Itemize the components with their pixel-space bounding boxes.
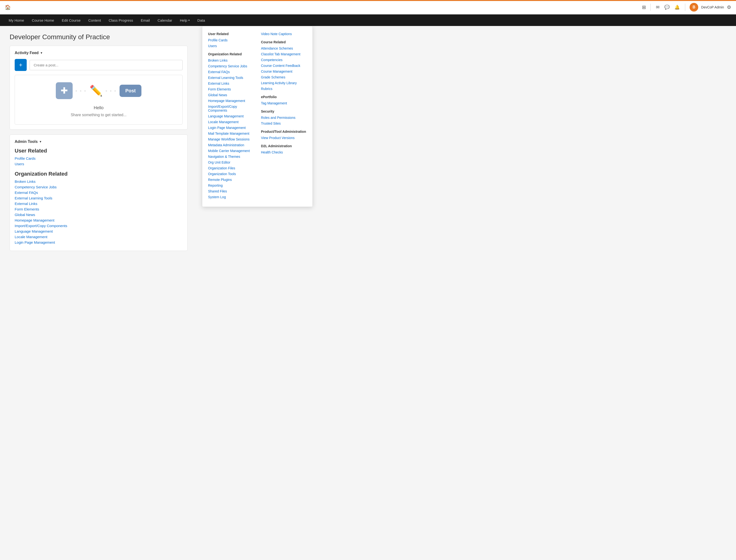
illus-subtext: Share something to get started... <box>71 113 127 117</box>
chat-icon[interactable]: 💬 <box>663 4 671 11</box>
admin-link-users[interactable]: Users <box>15 162 183 166</box>
create-post-input[interactable] <box>30 60 183 70</box>
admin-link-homepage-management[interactable]: Homepage Management <box>15 218 183 222</box>
dropdown-form-elements[interactable]: Form Elements <box>208 87 254 91</box>
dropdown-mobile-carrier[interactable]: Mobile Carrier Management <box>208 149 254 153</box>
dropdown-shared-files[interactable]: Shared Files <box>208 189 254 193</box>
dropdown-organization-tools[interactable]: Organization Tools <box>208 172 254 176</box>
illus-plus-box: ✚ <box>56 82 73 99</box>
mail-icon[interactable]: ✉ <box>655 4 660 11</box>
dropdown-global-news[interactable]: Global News <box>208 93 254 97</box>
admin-link-global-news[interactable]: Global News <box>15 213 183 217</box>
admin-link-language-management[interactable]: Language Management <box>15 229 183 233</box>
admin-tools-header[interactable]: Admin Tools ▾ <box>15 140 183 144</box>
dropdown-learning-activity-library[interactable]: Learning Activity Library <box>261 81 307 85</box>
dropdown-video-note-captions[interactable]: Video Note Captions <box>261 32 307 36</box>
dropdown-attendance-schemes[interactable]: Attendance Schemes <box>261 46 307 50</box>
dropdown-users[interactable]: Users <box>208 44 254 48</box>
illus-row: ✚ - - - ✏️ - - - Post <box>56 82 142 99</box>
illus-dash1: - - - <box>76 88 87 94</box>
divider <box>650 4 651 11</box>
dropdown-mail-template[interactable]: Mail Template Management <box>208 132 254 135</box>
nav-my-home[interactable]: My Home <box>5 14 28 26</box>
nav-email[interactable]: Email <box>137 14 154 26</box>
dropdown-eportfolio-title: ePortfolio <box>261 95 307 99</box>
gear-icon[interactable]: ⚙ <box>727 4 731 10</box>
dropdown-external-learning-tools[interactable]: External Learning Tools <box>208 76 254 80</box>
illus-post-btn: Post <box>120 85 141 97</box>
dropdown-rubrics[interactable]: Rubrics <box>261 87 307 91</box>
nav-help[interactable]: Help ▾ <box>176 14 194 26</box>
top-bar: 🏠 ⊞ ✉ 💬 🔔 B DevCoP Admin ⚙ <box>0 0 736 14</box>
home-icon[interactable]: 🏠 <box>5 4 11 10</box>
dropdown-user-related-title: User Related <box>208 32 254 36</box>
dropdown-trusted-sites[interactable]: Trusted Sites <box>261 121 307 125</box>
dropdown-course-content-feedback[interactable]: Course Content Feedback <box>261 64 307 68</box>
dropdown-course-management[interactable]: Course Management <box>261 70 307 73</box>
dropdown-system-log[interactable]: System Log <box>208 195 254 199</box>
user-name[interactable]: DevCoP Admin <box>701 5 724 9</box>
avatar-initial: B <box>693 5 696 9</box>
grid-icon[interactable]: ⊞ <box>642 4 646 10</box>
activity-feed-header[interactable]: Activity Feed ▾ <box>15 51 183 55</box>
dropdown-org-related-title: Organization Related <box>208 52 254 56</box>
admin-tools-title: Admin Tools <box>15 140 38 144</box>
dropdown-navigation-themes[interactable]: Navigation & Themes <box>208 155 254 159</box>
nav-content[interactable]: Content <box>84 14 105 26</box>
dropdown-locale-management[interactable]: Locale Management <box>208 120 254 124</box>
dropdown-competencies[interactable]: Competencies <box>261 58 307 62</box>
create-post-row: + <box>15 59 183 71</box>
nav-edit-course[interactable]: Edit Course <box>58 14 84 26</box>
admin-link-competency-service-jobs[interactable]: Competency Service Jobs <box>15 185 183 189</box>
bell-icon[interactable]: 🔔 <box>673 4 681 11</box>
illus-dash2: - - - <box>106 88 117 94</box>
dropdown-external-faqs[interactable]: External FAQs <box>208 70 254 74</box>
divider2 <box>685 4 685 11</box>
dropdown-view-product-versions[interactable]: View Product Versions <box>261 136 307 140</box>
dropdown-roles-permissions[interactable]: Roles and Permissions <box>261 116 307 120</box>
admin-link-external-learning-tools[interactable]: External Learning Tools <box>15 196 183 200</box>
admin-link-profile-cards[interactable]: Profile Cards <box>15 156 183 160</box>
admin-link-external-links[interactable]: External Links <box>15 202 183 206</box>
admin-link-locale-management[interactable]: Locale Management <box>15 235 183 239</box>
page-title: Developer Community of Practice <box>10 33 188 41</box>
dropdown-reporting[interactable]: Reporting <box>208 184 254 187</box>
dropdown-broken-links[interactable]: Broken Links <box>208 58 254 62</box>
dropdown-manage-workflow[interactable]: Manage Workflow Sessions <box>208 137 254 141</box>
orange-accent-bar <box>0 0 736 1</box>
top-bar-left: 🏠 <box>5 4 11 10</box>
admin-link-broken-links[interactable]: Broken Links <box>15 179 183 184</box>
dropdown-login-page[interactable]: Login Page Management <box>208 126 254 130</box>
dropdown-organization-files[interactable]: Organization Files <box>208 166 254 170</box>
admin-link-login-page[interactable]: Login Page Management <box>15 240 183 244</box>
help-arrow-icon: ▾ <box>188 19 190 22</box>
nav-data[interactable]: Data <box>194 14 209 26</box>
admin-link-external-faqs[interactable]: External FAQs <box>15 191 183 195</box>
activity-feed-card: Activity Feed ▾ + ✚ - - - ✏️ - - - Post … <box>10 46 188 130</box>
dropdown-classlist-tab[interactable]: Classlist Tab Management <box>261 52 307 56</box>
dropdown-health-checks[interactable]: Health Checks <box>261 150 307 154</box>
admin-link-form-elements[interactable]: Form Elements <box>15 207 183 211</box>
admin-tools-card: Admin Tools ▾ User Related Profile Cards… <box>10 134 188 251</box>
dropdown-homepage-management[interactable]: Homepage Management <box>208 99 254 103</box>
dropdown-tag-management[interactable]: Tag Management <box>261 101 307 105</box>
dropdown-remote-plugins[interactable]: Remote Plugins <box>208 178 254 182</box>
dropdown-org-unit-editor[interactable]: Org Unit Editor <box>208 160 254 164</box>
dropdown-import-export[interactable]: Import/Export/Copy Components <box>208 105 254 112</box>
admin-link-import-export[interactable]: Import/Export/Copy Components <box>15 224 183 228</box>
dropdown-external-links[interactable]: External Links <box>208 82 254 85</box>
nav-class-progress[interactable]: Class Progress <box>105 14 137 26</box>
avatar[interactable]: B <box>690 3 698 12</box>
dropdown-language-management[interactable]: Language Management <box>208 114 254 118</box>
illus-pencil-icon: ✏️ <box>89 84 103 97</box>
dropdown-security-title: Security <box>261 109 307 113</box>
dropdown-profile-cards[interactable]: Profile Cards <box>208 38 254 42</box>
dropdown-competency-service-jobs[interactable]: Competency Service Jobs <box>208 64 254 68</box>
dropdown-grade-schemes[interactable]: Grade Schemes <box>261 75 307 79</box>
nav-course-home[interactable]: Course Home <box>28 14 58 26</box>
nav-calendar[interactable]: Calendar <box>154 14 176 26</box>
dropdown-d2l-title: D2L Administration <box>261 144 307 148</box>
user-related-title: User Related <box>15 148 183 154</box>
dropdown-metadata[interactable]: Metadata Administration <box>208 143 254 147</box>
add-post-button[interactable]: + <box>15 59 27 71</box>
